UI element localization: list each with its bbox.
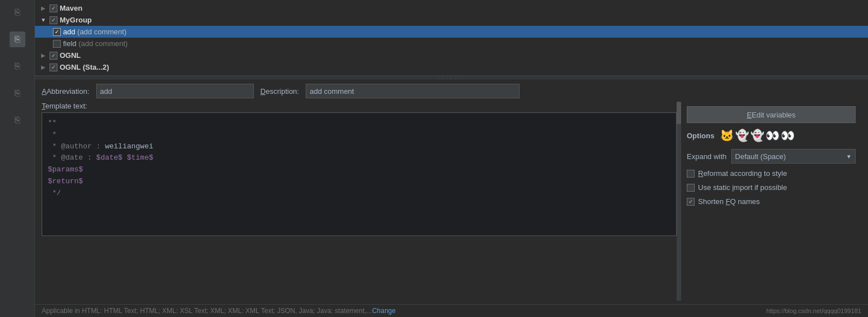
tree-label-ognl: OGNL bbox=[60, 51, 81, 60]
template-label: Template text: bbox=[42, 102, 677, 110]
form-area: AAbbreviation: Description: bbox=[35, 79, 868, 102]
tree-item-maven[interactable]: ▶ ✓ Maven bbox=[35, 2, 868, 14]
tree-checkbox-add[interactable]: ✓ bbox=[53, 28, 61, 36]
tree-arrow-maven: ▶ bbox=[39, 4, 47, 12]
checkbox-shorten-fq[interactable]: ✓ Shorten FQ names bbox=[687, 197, 856, 206]
code-line-4: * @date : $date$ $time$ bbox=[48, 152, 670, 164]
tree-arrow-ognl: ▶ bbox=[39, 52, 47, 60]
sidebar-icon-2[interactable]: ⎘ bbox=[10, 31, 25, 47]
tree-arrow-mygroup: ▼ bbox=[39, 16, 47, 24]
sidebar-icon-4[interactable]: ⎘ bbox=[10, 85, 25, 101]
tree-checkbox-ognl2[interactable]: ✓ bbox=[50, 64, 57, 71]
options-row: Options 🐱 👻 👻 👀 👀 bbox=[687, 129, 856, 142]
tree-label-add: add (add comment) bbox=[63, 28, 127, 36]
sidebar-icon-5[interactable]: ⎘ bbox=[10, 112, 25, 128]
tree-label-mygroup: MyGroup bbox=[60, 16, 92, 24]
status-bar: Applicable in HTML: HTML Text; HTML; XML… bbox=[35, 304, 868, 317]
code-line-5: $params$ bbox=[48, 164, 670, 176]
options-label: Options bbox=[687, 132, 714, 140]
static-import-checkbox[interactable]: ✓ bbox=[687, 184, 695, 192]
code-line-3: * @author : weiliangwei bbox=[48, 141, 670, 153]
tree-checkbox-maven[interactable]: ✓ bbox=[50, 4, 57, 12]
reformat-label: Reformat according to style bbox=[698, 169, 787, 178]
abbreviation-label: AAbbreviation: bbox=[42, 87, 90, 96]
template-left: Template text: ** * * @author : weiliang… bbox=[42, 102, 677, 301]
sidebar-icon-1[interactable]: ⎘ bbox=[10, 4, 25, 20]
tree-label-maven: Maven bbox=[60, 4, 82, 12]
template-editor[interactable]: ** * * @author : weiliangwei * @date : $… bbox=[42, 112, 677, 236]
description-input[interactable] bbox=[306, 84, 520, 98]
tree-item-ognl2[interactable]: ▶ ✓ OGNL (Sta...2) bbox=[35, 61, 868, 73]
dropdown-arrow-icon: ▼ bbox=[846, 153, 852, 160]
tree-item-mygroup[interactable]: ▼ ✓ MyGroup bbox=[35, 14, 868, 26]
code-line-6: $return$ bbox=[48, 176, 670, 188]
change-link[interactable]: Change bbox=[372, 307, 396, 315]
tree-checkbox-field[interactable]: ✓ bbox=[53, 40, 61, 48]
edit-variables-button[interactable]: EEdit variables bbox=[687, 106, 856, 123]
scrollbar-thumb bbox=[677, 102, 681, 124]
expand-with-value: Default (Space) bbox=[735, 152, 786, 161]
sidebar: ⎘ ⎘ ⎘ ⎘ ⎘ bbox=[0, 0, 35, 317]
expand-with-row: Expand with Default (Space) ▼ bbox=[687, 149, 856, 164]
static-import-label: Use static import if possible bbox=[698, 183, 787, 192]
tree-area: ▶ ✓ Maven ▼ ✓ MyGroup ✓ add (add comment… bbox=[35, 0, 868, 76]
form-row-abbrev: AAbbreviation: Description: bbox=[42, 84, 861, 98]
emoji-5: 👀 bbox=[781, 129, 795, 142]
applicable-text: Applicable in HTML: HTML Text; HTML; XML… bbox=[42, 307, 396, 315]
emoji-3: 👻 bbox=[750, 129, 764, 142]
shorten-fq-checkbox[interactable]: ✓ bbox=[687, 198, 695, 206]
code-line-2: * bbox=[48, 129, 670, 141]
tree-item-ognl[interactable]: ▶ ✓ OGNL bbox=[35, 49, 868, 61]
tree-checkbox-mygroup[interactable]: ✓ bbox=[50, 16, 57, 24]
abbreviation-input[interactable] bbox=[96, 84, 254, 98]
shorten-fq-label: Shorten FQ names bbox=[698, 197, 760, 206]
tree-label-ognl2: OGNL (Sta...2) bbox=[60, 63, 109, 71]
emoji-row: 🐱 👻 👻 👀 👀 bbox=[720, 129, 795, 142]
description-label: Description: bbox=[261, 87, 299, 96]
code-line-7: */ bbox=[48, 188, 670, 200]
tree-item-field[interactable]: ✓ field (add comment) bbox=[35, 38, 868, 49]
main-panel: ▶ ✓ Maven ▼ ✓ MyGroup ✓ add (add comment… bbox=[35, 0, 868, 317]
right-panel: EEdit variables Options 🐱 👻 👻 👀 👀 Expand… bbox=[681, 102, 861, 301]
template-section: Template text: ** * * @author : weiliang… bbox=[35, 102, 868, 304]
expand-with-label: Expand with bbox=[687, 152, 727, 161]
emoji-2: 👻 bbox=[735, 129, 749, 142]
checkbox-reformat[interactable]: ✓ Reformat according to style bbox=[687, 169, 856, 178]
emoji-4: 👀 bbox=[766, 129, 780, 142]
reformat-checkbox[interactable]: ✓ bbox=[687, 170, 695, 178]
tree-arrow-ognl2: ▶ bbox=[39, 64, 47, 71]
template-scrollbar[interactable] bbox=[677, 102, 681, 301]
checkbox-static-import[interactable]: ✓ Use static import if possible bbox=[687, 183, 856, 192]
status-url: https://blog.csdn.net/qqqq0199181 bbox=[766, 307, 861, 314]
expand-with-dropdown[interactable]: Default (Space) ▼ bbox=[731, 149, 856, 164]
tree-item-add[interactable]: ✓ add (add comment) bbox=[35, 26, 868, 38]
sidebar-icon-3[interactable]: ⎘ bbox=[10, 58, 25, 74]
emoji-1: 🐱 bbox=[720, 129, 734, 142]
tree-label-field: field (add comment) bbox=[63, 39, 128, 48]
code-line-1: ** bbox=[48, 117, 670, 129]
tree-checkbox-ognl[interactable]: ✓ bbox=[50, 52, 57, 60]
